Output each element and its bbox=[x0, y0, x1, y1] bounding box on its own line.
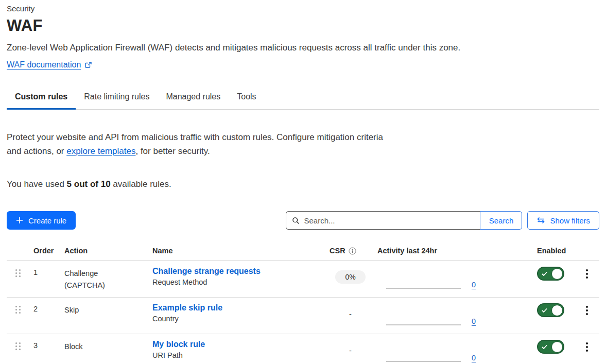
rule-csr-cell: - bbox=[323, 334, 377, 364]
drag-handle-icon bbox=[15, 342, 21, 350]
create-rule-label: Create rule bbox=[28, 216, 66, 225]
rule-name-link[interactable]: Challenge strange requests bbox=[152, 267, 261, 275]
check-icon bbox=[542, 271, 547, 276]
enabled-toggle[interactable] bbox=[537, 340, 564, 354]
tab-custom-rules[interactable]: Custom rules bbox=[7, 86, 76, 110]
rule-field: Request Method bbox=[152, 278, 318, 286]
spacer-column-header bbox=[483, 244, 534, 261]
rule-field: URI Path bbox=[152, 351, 318, 359]
drag-handle-icon bbox=[15, 306, 21, 314]
csr-badge: 0% bbox=[335, 270, 365, 284]
activity-sparkline bbox=[386, 288, 461, 289]
kebab-menu-button[interactable] bbox=[583, 304, 591, 334]
tab-tools[interactable]: Tools bbox=[229, 86, 264, 110]
search-icon bbox=[292, 217, 300, 224]
table-row: 3 Block My block rule URI Path - 0 bbox=[7, 334, 599, 364]
rule-menu-cell bbox=[575, 334, 599, 364]
kebab-menu-button[interactable] bbox=[583, 267, 591, 297]
rule-action: Block bbox=[63, 334, 152, 364]
rule-enabled-cell bbox=[534, 334, 575, 364]
csr-header-label: CSR bbox=[330, 247, 345, 255]
tab-rate-limiting-rules[interactable]: Rate limiting rules bbox=[76, 86, 158, 110]
plus-icon bbox=[16, 217, 23, 224]
action-column-header: Action bbox=[63, 244, 152, 261]
rule-name-link[interactable]: My block rule bbox=[152, 340, 205, 349]
explore-templates-link[interactable]: explore templates bbox=[66, 146, 135, 156]
search-group: Search Show filters bbox=[286, 211, 599, 230]
filter-arrows-icon bbox=[536, 217, 545, 224]
toggle-knob bbox=[551, 268, 563, 280]
csr-value: - bbox=[349, 343, 352, 355]
rule-action: Challenge (CAPTCHA) bbox=[63, 261, 152, 297]
search-unit: Search bbox=[286, 211, 522, 230]
rules-toolbar: Create rule Search bbox=[7, 211, 599, 230]
activity-column-header: Activity last 24hr bbox=[377, 244, 483, 261]
row-spacer bbox=[483, 334, 534, 364]
name-column-header: Name bbox=[152, 244, 323, 261]
usage-line: You have used 5 out of 10 available rule… bbox=[7, 179, 599, 189]
rule-action: Skip bbox=[63, 298, 152, 334]
show-filters-button[interactable]: Show filters bbox=[527, 211, 599, 230]
drag-column-header bbox=[7, 244, 32, 261]
rule-enabled-cell bbox=[534, 261, 575, 297]
rule-name-link[interactable]: Example skip rule bbox=[152, 303, 222, 312]
toggle-knob bbox=[551, 341, 563, 353]
activity-sparkline bbox=[386, 361, 461, 362]
tab-managed-rules[interactable]: Managed rules bbox=[158, 86, 229, 110]
csr-value: - bbox=[349, 307, 352, 318]
rule-name-cell: Challenge strange requests Request Metho… bbox=[152, 261, 323, 297]
search-input[interactable] bbox=[304, 216, 474, 225]
show-filters-label: Show filters bbox=[550, 216, 590, 225]
table-row: 1 Challenge (CAPTCHA) Challenge strange … bbox=[7, 261, 599, 298]
drag-handle[interactable] bbox=[7, 298, 32, 334]
table-row: 2 Skip Example skip rule Country - 0 bbox=[7, 298, 599, 334]
rule-menu-cell bbox=[575, 298, 599, 334]
intro-paragraph: Protect your website and API from malici… bbox=[7, 130, 389, 158]
activity-count-link[interactable]: 0 bbox=[472, 281, 476, 289]
rule-field: Country bbox=[152, 315, 318, 323]
rule-action-line1: Block bbox=[64, 341, 147, 353]
kebab-menu-button[interactable] bbox=[583, 340, 591, 364]
activity-sparkline bbox=[386, 324, 461, 325]
csr-column-header: CSR bbox=[323, 244, 377, 261]
usage-prefix: You have used bbox=[7, 179, 67, 189]
rule-activity-cell: 0 bbox=[377, 334, 483, 364]
check-icon bbox=[542, 344, 547, 349]
rule-activity-cell: 0 bbox=[377, 261, 483, 297]
breadcrumb: Security bbox=[7, 4, 599, 13]
search-box bbox=[286, 211, 480, 230]
rule-action-line1: Skip bbox=[64, 304, 147, 316]
rule-activity-cell: 0 bbox=[377, 298, 483, 334]
waf-documentation-link[interactable]: WAF documentation bbox=[7, 60, 81, 70]
row-spacer bbox=[483, 261, 534, 297]
create-rule-button[interactable]: Create rule bbox=[7, 211, 76, 230]
rule-menu-cell bbox=[575, 261, 599, 297]
external-link-icon bbox=[84, 61, 92, 69]
enabled-toggle[interactable] bbox=[537, 303, 564, 317]
enabled-toggle[interactable] bbox=[537, 267, 564, 281]
rule-order: 3 bbox=[32, 334, 63, 364]
csr-info-icon[interactable] bbox=[349, 247, 356, 255]
rule-order: 1 bbox=[32, 261, 63, 297]
row-spacer bbox=[483, 298, 534, 334]
drag-handle[interactable] bbox=[7, 261, 32, 297]
rule-order: 2 bbox=[32, 298, 63, 334]
doc-link-row: WAF documentation bbox=[7, 60, 599, 70]
rule-enabled-cell bbox=[534, 298, 575, 334]
intro-text-after: , for better security. bbox=[135, 146, 210, 156]
page-title: WAF bbox=[7, 16, 599, 35]
rule-action-line2: (CAPTCHA) bbox=[64, 280, 147, 291]
drag-handle[interactable] bbox=[7, 334, 32, 364]
search-button[interactable]: Search bbox=[480, 211, 522, 230]
activity-count-link[interactable]: 0 bbox=[472, 354, 476, 362]
toggle-knob bbox=[551, 305, 563, 316]
page-description: Zone-level Web Application Firewall (WAF… bbox=[7, 43, 599, 53]
waf-page: Security WAF Zone-level Web Application … bbox=[7, 4, 599, 364]
activity-count-link[interactable]: 0 bbox=[472, 317, 476, 325]
rule-action-line1: Challenge bbox=[64, 268, 147, 280]
rule-csr-cell: - bbox=[323, 298, 377, 334]
drag-handle-icon bbox=[15, 269, 21, 277]
usage-suffix: available rules. bbox=[111, 179, 171, 189]
rule-name-cell: Example skip rule Country bbox=[152, 298, 323, 334]
enabled-column-header: Enabled bbox=[534, 244, 575, 261]
